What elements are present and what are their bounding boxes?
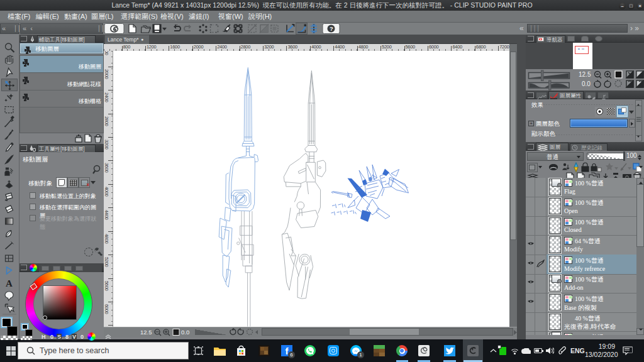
- svg-text:?: ?: [330, 25, 333, 32]
- svg-text:A: A: [6, 278, 13, 288]
